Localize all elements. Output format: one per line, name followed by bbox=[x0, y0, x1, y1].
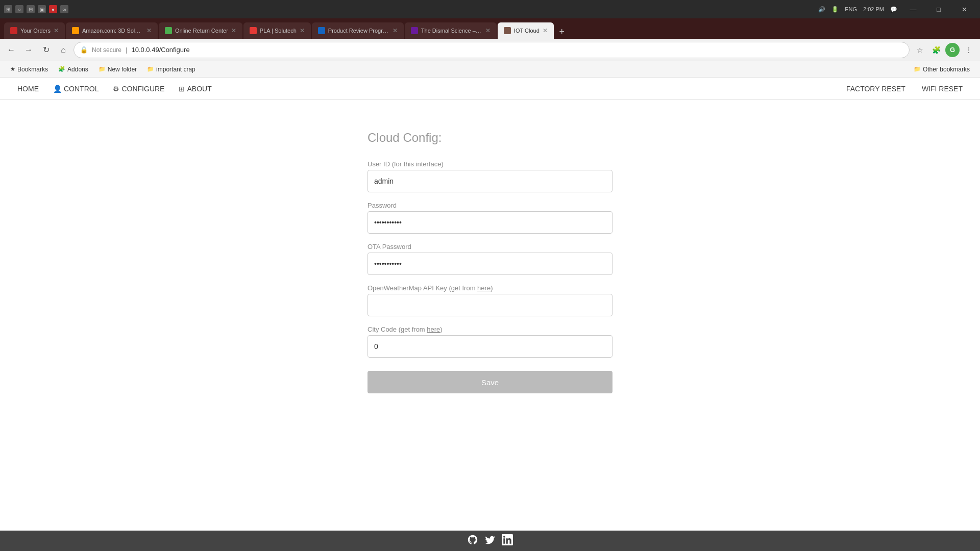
tab-amazon[interactable]: Amazon.com: 3D Solutech Real... ✕ bbox=[66, 22, 158, 39]
bookmark-label-addons: Addons bbox=[67, 66, 88, 73]
label-ota-password: OTA Password bbox=[368, 243, 612, 251]
security-label: Not secure bbox=[92, 46, 121, 54]
maximize-button[interactable]: □ bbox=[927, 0, 950, 18]
tab-close-return[interactable]: ✕ bbox=[231, 27, 236, 34]
tab-label-pla: PLA | Solutech bbox=[260, 28, 297, 34]
nav-control-label: CONTROL bbox=[64, 85, 99, 93]
address-url[interactable]: 10.0.0.49/Configure bbox=[131, 46, 903, 54]
address-separator: | bbox=[126, 46, 127, 54]
tab-bar: Your Orders ✕ Amazon.com: 3D Solutech Re… bbox=[0, 18, 980, 39]
lang-indicator: ENG bbox=[845, 6, 857, 12]
tab-favicon-iot bbox=[504, 27, 511, 34]
titlebar-icon-folder: ▣ bbox=[38, 5, 46, 13]
window-controls[interactable]: — □ ✕ bbox=[901, 0, 976, 18]
tab-iot[interactable]: IOT Cloud ✕ bbox=[498, 22, 554, 39]
input-ota-password[interactable] bbox=[368, 253, 612, 275]
titlebar-icon-infinity: ∞ bbox=[60, 5, 68, 13]
tab-orders[interactable]: Your Orders ✕ bbox=[4, 22, 65, 39]
save-button[interactable]: Save bbox=[368, 371, 612, 393]
github-icon[interactable] bbox=[467, 534, 478, 548]
footer bbox=[0, 531, 980, 551]
address-input[interactable]: 🔓 Not secure | 10.0.0.49/Configure bbox=[74, 42, 910, 58]
linkedin-icon[interactable] bbox=[502, 534, 513, 548]
wifi-reset-label: WIFI RESET bbox=[922, 85, 963, 93]
titlebar-icons: ⊞ ○ ⊟ ▣ ● ∞ bbox=[4, 5, 68, 13]
tab-favicon-return bbox=[165, 27, 172, 34]
home-nav-button[interactable]: ⌂ bbox=[56, 43, 70, 57]
minimize-button[interactable]: — bbox=[901, 0, 925, 18]
menu-button[interactable]: ⋮ bbox=[962, 43, 976, 57]
tab-return[interactable]: Online Return Center ✕ bbox=[159, 22, 242, 39]
bookmark-label-bookmarks: Bookmarks bbox=[17, 66, 48, 73]
address-right: ☆ 🧩 G ⋮ bbox=[913, 43, 976, 57]
input-password[interactable] bbox=[368, 211, 612, 234]
input-user-id[interactable] bbox=[368, 170, 612, 192]
notification-icon: 💬 bbox=[890, 6, 897, 13]
tab-favicon-orders bbox=[10, 27, 17, 34]
wifi-reset-button[interactable]: WIFI RESET bbox=[915, 81, 970, 97]
tab-close-amazon[interactable]: ✕ bbox=[146, 27, 152, 34]
bookmark-other[interactable]: 📁 Other bookmarks bbox=[910, 65, 974, 74]
clock: 2:02 PM bbox=[863, 6, 884, 12]
nav-about[interactable]: ⊞ ABOUT bbox=[172, 81, 218, 97]
owm-here-link[interactable]: here bbox=[477, 284, 491, 292]
tab-label-science: The Dismal Science – New, Excit... bbox=[421, 28, 482, 34]
tab-close-pla[interactable]: ✕ bbox=[300, 27, 305, 34]
cloud-config-form: Cloud Config: User ID (for this interfac… bbox=[368, 131, 612, 393]
bookmark-important-crap[interactable]: 📁 important crap bbox=[143, 65, 200, 74]
bookmark-star-button[interactable]: ☆ bbox=[913, 43, 927, 57]
profile-avatar[interactable]: G bbox=[945, 43, 960, 57]
label-city-code: City Code (get from here) bbox=[368, 325, 612, 333]
bookmark-bookmarks[interactable]: ★ Bookmarks bbox=[6, 65, 52, 74]
nav-control-icon: 👤 bbox=[53, 85, 62, 93]
city-here-link[interactable]: here bbox=[427, 325, 440, 333]
back-button[interactable]: ← bbox=[4, 43, 18, 57]
form-group-city-code: City Code (get from here) bbox=[368, 325, 612, 358]
form-group-password: Password bbox=[368, 202, 612, 234]
security-icon: 🔓 bbox=[80, 46, 88, 54]
input-city-code[interactable] bbox=[368, 335, 612, 358]
nav-control[interactable]: 👤 CONTROL bbox=[46, 81, 106, 97]
close-button[interactable]: ✕ bbox=[952, 0, 976, 18]
form-group-ota-password: OTA Password bbox=[368, 243, 612, 275]
bookmark-new-folder[interactable]: 📁 New folder bbox=[94, 65, 141, 74]
browser-titlebar: ⊞ ○ ⊟ ▣ ● ∞ 🔊 🔋 ENG 2:02 PM 💬 — □ ✕ bbox=[0, 0, 980, 18]
tab-close-orders[interactable]: ✕ bbox=[54, 27, 59, 34]
nav-configure[interactable]: ⚙ CONFIGURE bbox=[106, 81, 172, 97]
factory-reset-label: FACTORY RESET bbox=[846, 85, 905, 93]
tab-label-orders: Your Orders bbox=[20, 28, 51, 34]
nav-about-icon: ⊞ bbox=[179, 85, 185, 93]
nav-configure-icon: ⚙ bbox=[113, 85, 119, 93]
forward-button[interactable]: → bbox=[21, 43, 36, 57]
tab-label-return: Online Return Center bbox=[175, 28, 228, 34]
titlebar-right: 🔊 🔋 ENG 2:02 PM 💬 bbox=[818, 6, 897, 13]
titlebar-icon-monitor: ⊞ bbox=[4, 5, 12, 13]
bookmark-addons[interactable]: 🧩 Addons bbox=[54, 65, 92, 74]
extensions-button[interactable]: 🧩 bbox=[929, 43, 943, 57]
bookmark-other-icon: 📁 bbox=[914, 66, 921, 72]
nav-home[interactable]: HOME bbox=[10, 81, 46, 97]
nav-about-label: ABOUT bbox=[187, 85, 211, 93]
nav-right: FACTORY RESET WIFI RESET bbox=[839, 81, 970, 97]
label-password: Password bbox=[368, 202, 612, 209]
nav-menu: HOME 👤 CONTROL ⚙ CONFIGURE ⊞ ABOUT FACTO… bbox=[0, 78, 980, 100]
tab-favicon-pla bbox=[250, 27, 257, 34]
form-group-user-id: User ID (for this interface) bbox=[368, 160, 612, 192]
main-content: Cloud Config: User ID (for this interfac… bbox=[0, 100, 980, 531]
tab-favicon-amazon bbox=[72, 27, 79, 34]
bookmark-label-important-crap: important crap bbox=[156, 66, 195, 73]
input-owm-api-key[interactable] bbox=[368, 294, 612, 316]
tab-science[interactable]: The Dismal Science – New, Excit... ✕ bbox=[405, 22, 497, 39]
twitter-icon[interactable] bbox=[484, 534, 496, 548]
new-tab-button[interactable]: + bbox=[555, 24, 569, 39]
factory-reset-button[interactable]: FACTORY RESET bbox=[839, 81, 913, 97]
tab-close-science[interactable]: ✕ bbox=[485, 27, 491, 34]
nav-configure-label: CONFIGURE bbox=[121, 85, 164, 93]
bookmark-addons-icon: 🧩 bbox=[58, 66, 65, 72]
tab-close-iot[interactable]: ✕ bbox=[543, 27, 548, 34]
tab-close-product[interactable]: ✕ bbox=[393, 27, 398, 34]
refresh-button[interactable]: ↻ bbox=[39, 43, 53, 57]
label-user-id: User ID (for this interface) bbox=[368, 160, 612, 168]
tab-product[interactable]: Product Review Program | Solut... ✕ bbox=[312, 22, 404, 39]
tab-pla[interactable]: PLA | Solutech ✕ bbox=[243, 22, 311, 39]
